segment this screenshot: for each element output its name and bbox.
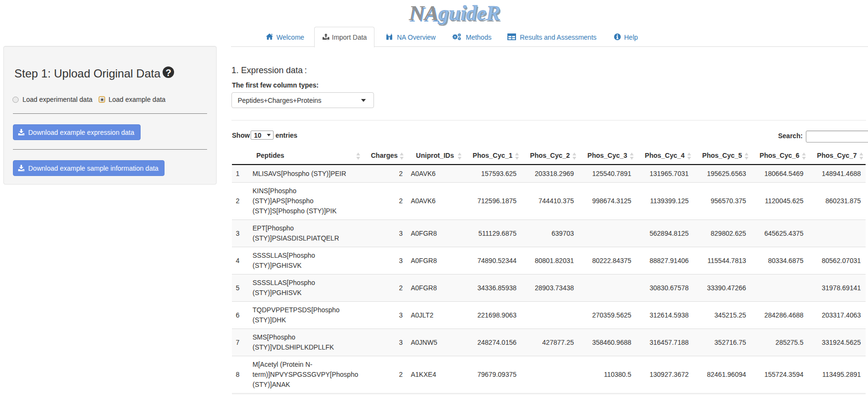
svg-text:?: ? [165,67,171,78]
